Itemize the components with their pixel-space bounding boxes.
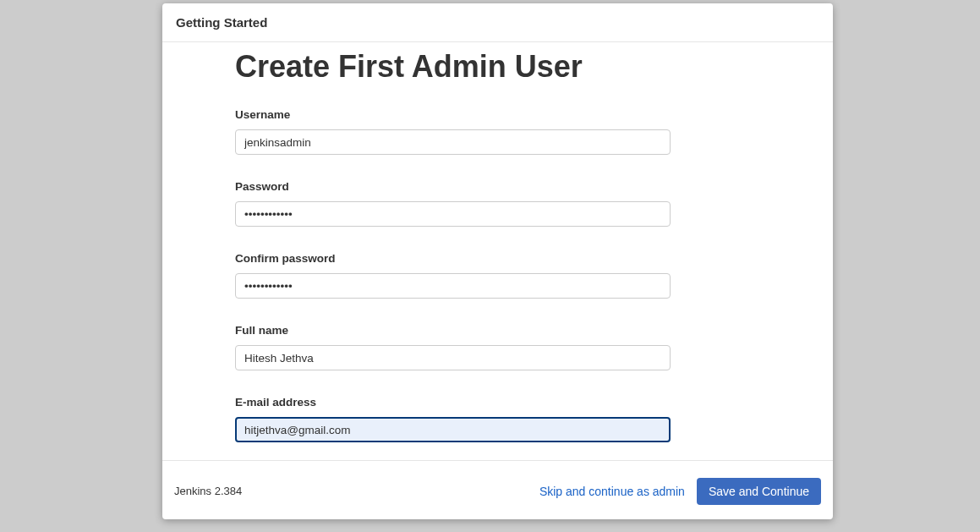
modal-footer: Jenkins 2.384 Skip and continue as admin… (162, 460, 833, 519)
modal-header: Getting Started (162, 3, 833, 42)
form-group-email: E-mail address (235, 396, 760, 442)
username-label: Username (235, 108, 760, 121)
form-group-fullname: Full name (235, 324, 760, 370)
setup-wizard-modal: Getting Started Create First Admin User … (162, 3, 833, 519)
email-label: E-mail address (235, 396, 760, 409)
fullname-input[interactable] (235, 345, 671, 370)
modal-body[interactable]: Create First Admin User Username Passwor… (162, 42, 833, 460)
footer-actions: Skip and continue as admin Save and Cont… (539, 478, 821, 505)
username-input[interactable] (235, 129, 671, 155)
password-label: Password (235, 180, 760, 193)
save-continue-button[interactable]: Save and Continue (697, 478, 821, 505)
page-title: Create First Admin User (235, 49, 760, 85)
form-wrap: Create First Admin User Username Passwor… (162, 49, 833, 460)
form-group-confirm: Confirm password (235, 252, 760, 299)
skip-link[interactable]: Skip and continue as admin (539, 485, 685, 498)
fullname-label: Full name (235, 324, 760, 337)
confirm-input[interactable] (235, 273, 671, 299)
form-group-username: Username (235, 108, 760, 155)
email-input[interactable] (235, 417, 671, 442)
form-group-password: Password (235, 180, 760, 227)
password-input[interactable] (235, 201, 671, 227)
confirm-label: Confirm password (235, 252, 760, 265)
modal-header-title: Getting Started (176, 15, 819, 30)
version-text: Jenkins 2.384 (174, 485, 242, 497)
